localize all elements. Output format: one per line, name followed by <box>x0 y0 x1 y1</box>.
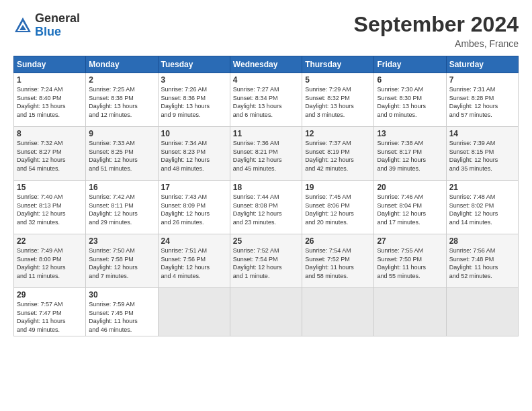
day-number: 8 <box>17 129 83 138</box>
table-row: 20Sunrise: 7:46 AM Sunset: 8:04 PM Dayli… <box>374 181 446 234</box>
col-tuesday: Tuesday <box>158 56 230 73</box>
day-number: 25 <box>233 236 299 246</box>
col-monday: Monday <box>86 56 158 73</box>
day-number: 1 <box>17 75 83 85</box>
table-row: 26Sunrise: 7:54 AM Sunset: 7:52 PM Dayli… <box>302 234 374 288</box>
day-number: 28 <box>449 236 515 246</box>
day-info: Sunrise: 7:38 AM Sunset: 8:17 PM Dayligh… <box>377 139 443 173</box>
table-row: 21Sunrise: 7:48 AM Sunset: 8:02 PM Dayli… <box>446 181 518 234</box>
table-row: 25Sunrise: 7:52 AM Sunset: 7:54 PM Dayli… <box>230 234 302 288</box>
day-number: 7 <box>449 75 515 85</box>
logo-text: General Blue <box>35 12 80 39</box>
table-row: 14Sunrise: 7:39 AM Sunset: 8:15 PM Dayli… <box>446 127 518 181</box>
table-row: 28Sunrise: 7:56 AM Sunset: 7:48 PM Dayli… <box>446 234 518 288</box>
table-row: 24Sunrise: 7:51 AM Sunset: 7:56 PM Dayli… <box>158 234 230 288</box>
day-info: Sunrise: 7:27 AM Sunset: 8:34 PM Dayligh… <box>233 85 299 119</box>
day-number: 18 <box>233 183 299 192</box>
day-number: 21 <box>449 183 515 192</box>
table-row <box>302 288 374 336</box>
day-info: Sunrise: 7:33 AM Sunset: 8:25 PM Dayligh… <box>89 139 154 173</box>
logo-general: General <box>35 12 80 26</box>
table-row: 13Sunrise: 7:38 AM Sunset: 8:17 PM Dayli… <box>374 127 446 181</box>
day-info: Sunrise: 7:55 AM Sunset: 7:50 PM Dayligh… <box>377 246 443 280</box>
day-number: 30 <box>89 290 154 300</box>
day-info: Sunrise: 7:57 AM Sunset: 7:47 PM Dayligh… <box>17 300 83 334</box>
day-number: 29 <box>17 290 83 300</box>
table-row <box>374 288 446 336</box>
table-row <box>158 288 230 336</box>
table-row: 29Sunrise: 7:57 AM Sunset: 7:47 PM Dayli… <box>14 288 86 336</box>
day-number: 17 <box>161 183 227 192</box>
calendar-header: General Blue September 2024 Ambes, Franc… <box>13 12 519 49</box>
day-info: Sunrise: 7:59 AM Sunset: 7:45 PM Dayligh… <box>89 300 154 334</box>
day-number: 20 <box>377 183 443 192</box>
day-number: 26 <box>305 236 371 246</box>
table-row: 8Sunrise: 7:32 AM Sunset: 8:27 PM Daylig… <box>14 127 86 181</box>
day-info: Sunrise: 7:50 AM Sunset: 7:58 PM Dayligh… <box>89 246 154 280</box>
day-info: Sunrise: 7:54 AM Sunset: 7:52 PM Dayligh… <box>305 246 371 280</box>
day-number: 27 <box>377 236 443 246</box>
table-row: 6Sunrise: 7:30 AM Sunset: 8:30 PM Daylig… <box>374 73 446 127</box>
location: Ambes, France <box>354 38 519 49</box>
day-info: Sunrise: 7:44 AM Sunset: 8:08 PM Dayligh… <box>233 193 299 226</box>
day-number: 10 <box>161 129 227 138</box>
table-row: 15Sunrise: 7:40 AM Sunset: 8:13 PM Dayli… <box>14 181 86 234</box>
table-row: 12Sunrise: 7:37 AM Sunset: 8:19 PM Dayli… <box>302 127 374 181</box>
day-number: 2 <box>89 75 154 85</box>
day-info: Sunrise: 7:37 AM Sunset: 8:19 PM Dayligh… <box>305 139 371 173</box>
table-row <box>446 288 518 336</box>
day-number: 9 <box>89 129 154 138</box>
day-info: Sunrise: 7:56 AM Sunset: 7:48 PM Dayligh… <box>449 246 515 280</box>
day-info: Sunrise: 7:34 AM Sunset: 8:23 PM Dayligh… <box>161 139 227 173</box>
day-number: 14 <box>449 129 515 138</box>
day-number: 3 <box>161 75 227 85</box>
day-info: Sunrise: 7:24 AM Sunset: 8:40 PM Dayligh… <box>17 85 83 119</box>
table-row: 3Sunrise: 7:26 AM Sunset: 8:36 PM Daylig… <box>158 73 230 127</box>
table-row <box>230 288 302 336</box>
table-row: 10Sunrise: 7:34 AM Sunset: 8:23 PM Dayli… <box>158 127 230 181</box>
day-info: Sunrise: 7:43 AM Sunset: 8:09 PM Dayligh… <box>161 193 227 226</box>
day-info: Sunrise: 7:25 AM Sunset: 8:38 PM Dayligh… <box>89 85 154 119</box>
col-wednesday: Wednesday <box>230 56 302 73</box>
day-number: 23 <box>89 236 154 246</box>
day-number: 24 <box>161 236 227 246</box>
day-info: Sunrise: 7:30 AM Sunset: 8:30 PM Dayligh… <box>377 85 443 119</box>
table-row: 27Sunrise: 7:55 AM Sunset: 7:50 PM Dayli… <box>374 234 446 288</box>
table-row: 30Sunrise: 7:59 AM Sunset: 7:45 PM Dayli… <box>86 288 158 336</box>
table-row: 16Sunrise: 7:42 AM Sunset: 8:11 PM Dayli… <box>86 181 158 234</box>
day-number: 22 <box>17 236 83 246</box>
month-title: September 2024 <box>354 12 519 37</box>
table-row: 1Sunrise: 7:24 AM Sunset: 8:40 PM Daylig… <box>14 73 86 127</box>
day-info: Sunrise: 7:52 AM Sunset: 7:54 PM Dayligh… <box>233 246 299 280</box>
day-number: 5 <box>305 75 371 85</box>
calendar-table: Sunday Monday Tuesday Wednesday Thursday… <box>13 56 519 336</box>
day-info: Sunrise: 7:29 AM Sunset: 8:32 PM Dayligh… <box>305 85 371 119</box>
day-info: Sunrise: 7:26 AM Sunset: 8:36 PM Dayligh… <box>161 85 227 119</box>
table-row: 19Sunrise: 7:45 AM Sunset: 8:06 PM Dayli… <box>302 181 374 234</box>
title-block: September 2024 Ambes, France <box>354 12 519 49</box>
table-row: 7Sunrise: 7:31 AM Sunset: 8:28 PM Daylig… <box>446 73 518 127</box>
table-row: 9Sunrise: 7:33 AM Sunset: 8:25 PM Daylig… <box>86 127 158 181</box>
day-number: 6 <box>377 75 443 85</box>
table-row: 22Sunrise: 7:49 AM Sunset: 8:00 PM Dayli… <box>14 234 86 288</box>
day-info: Sunrise: 7:45 AM Sunset: 8:06 PM Dayligh… <box>305 193 371 226</box>
day-number: 4 <box>233 75 299 85</box>
day-info: Sunrise: 7:42 AM Sunset: 8:11 PM Dayligh… <box>89 193 154 226</box>
logo-blue: Blue <box>35 26 80 39</box>
table-row: 18Sunrise: 7:44 AM Sunset: 8:08 PM Dayli… <box>230 181 302 234</box>
day-info: Sunrise: 7:48 AM Sunset: 8:02 PM Dayligh… <box>449 193 515 226</box>
day-number: 16 <box>89 183 154 192</box>
day-info: Sunrise: 7:32 AM Sunset: 8:27 PM Dayligh… <box>17 139 83 173</box>
day-number: 19 <box>305 183 371 192</box>
day-info: Sunrise: 7:36 AM Sunset: 8:21 PM Dayligh… <box>233 139 299 173</box>
day-number: 12 <box>305 129 371 138</box>
col-sunday: Sunday <box>14 56 86 73</box>
table-row: 2Sunrise: 7:25 AM Sunset: 8:38 PM Daylig… <box>86 73 158 127</box>
day-number: 11 <box>233 129 299 138</box>
day-number: 15 <box>17 183 83 192</box>
table-row: 23Sunrise: 7:50 AM Sunset: 7:58 PM Dayli… <box>86 234 158 288</box>
col-saturday: Saturday <box>446 56 518 73</box>
day-number: 13 <box>377 129 443 138</box>
day-info: Sunrise: 7:46 AM Sunset: 8:04 PM Dayligh… <box>377 193 443 226</box>
calendar-header-row: Sunday Monday Tuesday Wednesday Thursday… <box>14 56 519 73</box>
